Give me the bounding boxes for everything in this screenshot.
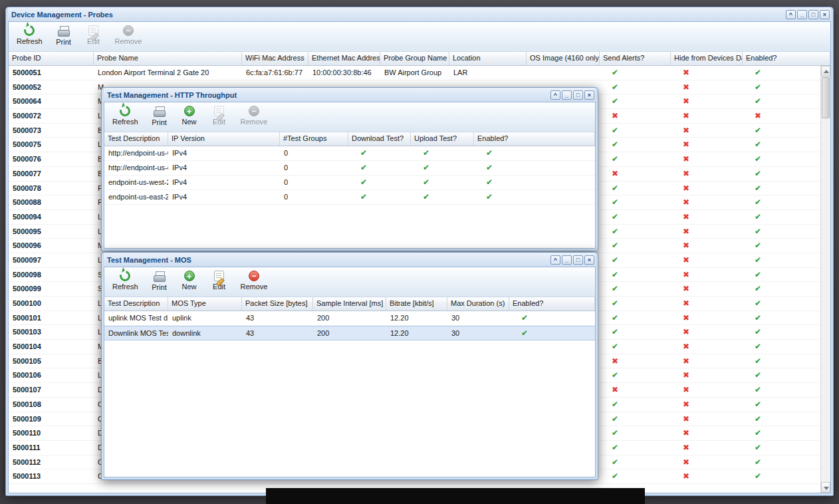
maximize-button[interactable]: □	[573, 255, 583, 265]
refresh-button[interactable]: Refresh	[108, 269, 143, 292]
table-row[interactable]: Downlink MOS Tes... downlink 43 200 12.2…	[104, 326, 595, 340]
minimize-button[interactable]: _	[797, 10, 807, 19]
close-button[interactable]: ×	[584, 255, 594, 265]
hide-from-devices-cell: ✖	[671, 268, 743, 282]
table-row[interactable]: http://endpoint-us-eas... IPv4 0 ✔ ✔ ✔	[104, 161, 595, 176]
refresh-button[interactable]: Refresh	[12, 23, 47, 47]
column-header-col-7[interactable]: Send Alerts?	[600, 52, 671, 65]
send-alerts-cell: ✔	[600, 368, 671, 382]
probe-id-cell: 5000097	[9, 253, 94, 267]
edit-button[interactable]: Edit	[206, 269, 233, 292]
column-header-col-2[interactable]: #Test Groups	[280, 132, 348, 146]
column-header-col-1[interactable]: Probe Name	[94, 52, 242, 65]
new-button[interactable]: New	[176, 269, 203, 292]
bitrate-cell: 12.20	[386, 311, 447, 325]
print-button[interactable]: Print	[51, 23, 77, 47]
scroll-up-button[interactable]	[821, 66, 830, 76]
maximize-button[interactable]: □	[808, 10, 818, 19]
column-header-col-3[interactable]: Download Test?	[348, 132, 411, 146]
column-header-col-0[interactable]: Test Description	[104, 297, 168, 311]
probe-id-cell: 5000109	[9, 412, 94, 426]
edit-icon	[214, 271, 224, 281]
enabled-cell: ✔	[743, 368, 830, 382]
test-description-cell: http://endpoint-us-eas...	[104, 161, 168, 175]
remove-button[interactable]: Remove	[236, 104, 273, 127]
column-header-col-6[interactable]: OS Image (4160 only)	[527, 52, 600, 65]
table-row[interactable]: http://endpoint-us-we... IPv4 0 ✔ ✔ ✔	[104, 146, 595, 161]
hide-from-devices-cell: ✖	[671, 311, 743, 325]
table-row[interactable]: 5000051 London Airport Terminal 2 Gate 2…	[9, 66, 830, 80]
collapse-button[interactable]: ^	[550, 255, 560, 265]
enabled-cell: ✔	[743, 354, 830, 368]
hide-from-devices-cell: ✖	[671, 455, 743, 469]
minimize-button[interactable]: _	[562, 255, 572, 265]
column-header-col-6[interactable]: Enabled?	[509, 297, 595, 311]
table-row[interactable]: endpoint-us-west-2.ep... IPv4 0 ✔ ✔ ✔	[104, 176, 595, 190]
scroll-down-button[interactable]	[821, 482, 830, 493]
column-header-col-3[interactable]: Sample Interval [ms]	[313, 297, 386, 311]
column-header-col-4[interactable]: Probe Group Name	[380, 52, 449, 65]
column-header-col-4[interactable]: Bitrate [kbit/s]	[386, 297, 447, 311]
column-header-col-5[interactable]: Max Duration (s)	[447, 297, 509, 311]
column-header-col-0[interactable]: Probe ID	[9, 52, 94, 65]
new-button[interactable]: New	[176, 104, 203, 127]
location-cell: LAR	[449, 66, 527, 80]
refresh-button[interactable]: Refresh	[108, 104, 143, 127]
probe-id-cell: 5000064	[9, 94, 94, 108]
collapse-button[interactable]: ^	[550, 90, 560, 100]
enabled-cell: ✔	[743, 282, 830, 296]
http-titlebar[interactable]: Test Management - HTTP Throughput ^ _ □ …	[104, 88, 596, 102]
minimize-button[interactable]: _	[562, 90, 572, 100]
enabled-cell: ✔	[743, 225, 830, 239]
table-row[interactable]: uplink MOS Test d... uplink 43 200 12.20…	[104, 311, 595, 326]
max-duration-cell: 30	[447, 326, 509, 340]
enabled-cell: ✔	[743, 268, 830, 282]
print-button[interactable]: Print	[146, 269, 173, 293]
send-alerts-cell: ✔	[600, 210, 671, 224]
column-header-col-5[interactable]: Enabled?	[474, 132, 595, 146]
column-header-col-1[interactable]: IP Version	[168, 132, 280, 146]
print-icon	[154, 106, 166, 117]
close-button[interactable]: ×	[820, 10, 830, 19]
column-header-col-2[interactable]: WiFi Mac Address	[242, 52, 308, 65]
enabled-cell: ✔	[743, 94, 830, 108]
column-header-col-1[interactable]: MOS Type	[168, 297, 242, 311]
column-header-col-4[interactable]: Upload Test?	[411, 132, 474, 146]
hide-from-devices-cell: ✖	[671, 368, 743, 382]
remove-button[interactable]: Remove	[236, 269, 273, 292]
probe-id-cell: 5000073	[9, 124, 94, 138]
send-alerts-cell: ✔	[600, 195, 671, 209]
edit-button[interactable]: Edit	[80, 23, 107, 47]
ethernet-mac-cell: 10:00:00:30:8b:46	[308, 66, 380, 80]
send-alerts-cell: ✔	[600, 66, 671, 80]
table-row[interactable]: endpoint-us-east-2.epi... IPv4 0 ✔ ✔ ✔	[104, 190, 595, 205]
column-header-col-9[interactable]: Enabled?	[743, 52, 830, 65]
print-button[interactable]: Print	[146, 104, 173, 128]
probes-titlebar[interactable]: Device Management - Probes ^ _ □ ×	[8, 7, 831, 21]
vertical-scrollbar[interactable]	[820, 66, 830, 493]
column-header-col-0[interactable]: Test Description	[104, 132, 168, 146]
http-grid: http://endpoint-us-we... IPv4 0 ✔ ✔ ✔ ht…	[104, 146, 595, 205]
collapse-button[interactable]: ^	[786, 10, 796, 19]
hide-from-devices-cell: ✖	[671, 80, 743, 94]
mos-type-cell: downlink	[168, 326, 242, 340]
hide-from-devices-cell: ✖	[671, 124, 743, 138]
edit-button[interactable]: Edit	[206, 104, 233, 127]
column-header-col-5[interactable]: Location	[449, 52, 527, 65]
remove-button[interactable]: Remove	[110, 23, 147, 47]
print-icon	[154, 271, 166, 282]
remove-icon	[249, 271, 259, 281]
column-header-col-2[interactable]: Packet Size [bytes]	[242, 297, 313, 311]
maximize-button[interactable]: □	[573, 90, 583, 100]
window-controls: ^ _ □ ×	[550, 255, 594, 265]
column-header-col-8[interactable]: Hide from Devices Das	[671, 52, 743, 65]
mos-type-cell: uplink	[168, 311, 242, 325]
scrollbar-thumb[interactable]	[822, 77, 830, 118]
column-header-col-3[interactable]: Ethernet Mac Address	[308, 52, 380, 65]
mos-titlebar[interactable]: Test Management - MOS ^ _ □ ×	[104, 253, 596, 267]
close-button[interactable]: ×	[584, 90, 594, 100]
new-icon	[184, 271, 195, 281]
hide-from-devices-cell: ✖	[671, 325, 743, 339]
send-alerts-cell: ✔	[600, 253, 671, 267]
probe-id-cell: 5000111	[9, 441, 94, 455]
